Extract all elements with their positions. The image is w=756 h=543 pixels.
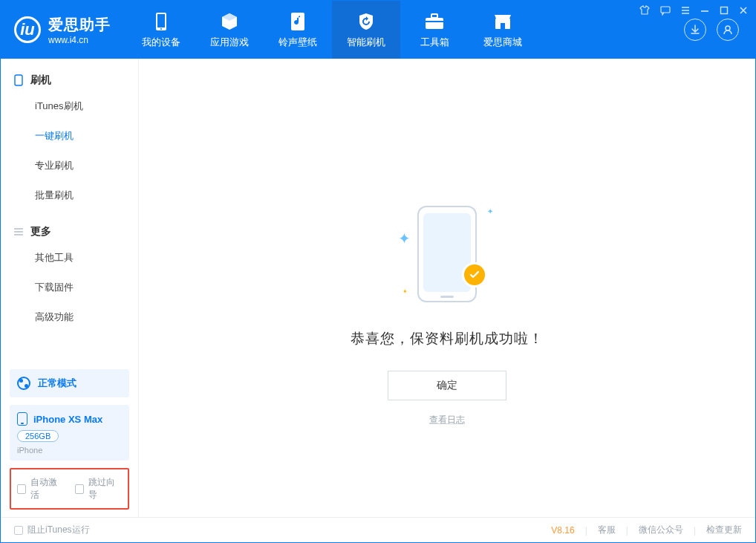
version-label: V8.16 — [551, 525, 574, 536]
toolbox-icon — [424, 10, 445, 33]
sparkle-icon: ✦ — [487, 207, 493, 215]
device-type: iPhone — [17, 446, 122, 455]
tab-label: 铃声壁纸 — [278, 36, 317, 49]
logo-badge-icon: iu — [14, 16, 41, 43]
svg-point-2 — [160, 28, 162, 30]
sidebar: 刷机 iTunes刷机 一键刷机 专业刷机 批量刷机 更多 其他工具 下载固件 … — [1, 59, 139, 517]
device-phone-icon — [17, 412, 27, 426]
svg-rect-1 — [157, 14, 165, 27]
footer-link-update[interactable]: 检查更新 — [706, 524, 742, 536]
cube-icon — [220, 10, 239, 33]
tab-label: 应用游戏 — [210, 36, 249, 49]
svg-rect-10 — [661, 7, 670, 13]
ok-button[interactable]: 确定 — [388, 371, 506, 400]
phone-icon — [154, 10, 169, 33]
download-button[interactable] — [684, 19, 706, 41]
sidebar-group-title: 刷机 — [30, 74, 51, 87]
header: iu 爱思助手 www.i4.cn 我的设备 应用游戏 铃声壁纸 智能刷机 — [1, 1, 755, 59]
sparkle-icon: ✦ — [403, 288, 408, 295]
feedback-icon[interactable] — [660, 5, 671, 16]
app-url: www.i4.cn — [48, 35, 111, 45]
separator: | — [585, 525, 587, 536]
app-name: 爱思助手 — [48, 15, 111, 35]
sidebar-item-download-firmware[interactable]: 下载固件 — [1, 273, 138, 302]
checkbox-label: 阻止iTunes运行 — [27, 524, 90, 536]
view-log-link[interactable]: 查看日志 — [429, 414, 465, 426]
sidebar-bottom: 正常模式 iPhone XS Max 256GB iPhone 自动激活 — [1, 362, 138, 517]
sidebar-group-more: 更多 其他工具 下载固件 高级功能 — [1, 210, 138, 332]
body: 刷机 iTunes刷机 一键刷机 专业刷机 批量刷机 更多 其他工具 下载固件 … — [1, 59, 755, 517]
sidebar-item-other-tools[interactable]: 其他工具 — [1, 243, 138, 273]
mode-icon — [17, 377, 30, 390]
sparkle-icon: ✦ — [398, 230, 411, 247]
success-message: 恭喜您，保资料刷机成功啦！ — [351, 329, 544, 348]
mode-card[interactable]: 正常模式 — [10, 369, 129, 397]
tab-my-device[interactable]: 我的设备 — [127, 1, 195, 59]
svg-point-9 — [726, 26, 730, 30]
app-window: iu 爱思助手 www.i4.cn 我的设备 应用游戏 铃声壁纸 智能刷机 — [0, 0, 756, 543]
svg-rect-6 — [426, 21, 443, 22]
menu-icon[interactable] — [681, 6, 690, 15]
sidebar-item-itunes-flash[interactable]: iTunes刷机 — [1, 91, 138, 121]
window-controls — [639, 5, 748, 16]
sidebar-group-title: 更多 — [30, 225, 51, 238]
phone-illustration-icon — [417, 206, 477, 302]
tab-ringtone-wallpaper[interactable]: 铃声壁纸 — [264, 1, 332, 59]
sidebar-head-flash: 刷机 — [1, 69, 138, 91]
account-button[interactable] — [717, 19, 739, 41]
nav-tabs: 我的设备 应用游戏 铃声壁纸 智能刷机 工具箱 爱思商城 — [127, 1, 537, 59]
shield-refresh-icon — [356, 10, 376, 33]
sidebar-head-more: 更多 — [1, 221, 138, 243]
shop-icon — [493, 10, 512, 33]
checkbox-label: 跳过向导 — [88, 476, 122, 501]
close-button[interactable] — [739, 6, 748, 15]
phone-outline-icon — [13, 74, 25, 86]
tab-smart-flash[interactable]: 智能刷机 — [332, 1, 400, 59]
checkbox-box-icon — [17, 484, 26, 494]
tshirt-icon[interactable] — [639, 5, 650, 16]
sidebar-group-flash: 刷机 iTunes刷机 一键刷机 专业刷机 批量刷机 — [1, 59, 138, 210]
footer: 阻止iTunes运行 V8.16 | 客服 | 微信公众号 | 检查更新 — [1, 517, 755, 542]
device-name: iPhone XS Max — [33, 414, 102, 425]
success-check-icon — [462, 262, 487, 287]
list-icon — [13, 226, 25, 238]
svg-rect-12 — [15, 75, 22, 85]
music-file-icon — [290, 10, 306, 33]
separator: | — [626, 525, 628, 536]
tab-apps-games[interactable]: 应用游戏 — [195, 1, 264, 59]
svg-rect-5 — [431, 14, 437, 18]
checkbox-block-itunes[interactable]: 阻止iTunes运行 — [14, 524, 90, 536]
svg-rect-4 — [426, 18, 443, 29]
checkbox-box-icon — [75, 484, 84, 494]
checkbox-skip-wizard[interactable]: 跳过向导 — [75, 476, 123, 501]
svg-rect-8 — [501, 23, 505, 29]
maximize-button[interactable] — [720, 6, 729, 15]
tab-toolbox[interactable]: 工具箱 — [400, 1, 469, 59]
checkbox-label: 自动激活 — [30, 476, 64, 501]
sidebar-item-oneclick-flash[interactable]: 一键刷机 — [1, 121, 138, 151]
minimize-button[interactable] — [700, 6, 709, 15]
device-card[interactable]: iPhone XS Max 256GB iPhone — [10, 405, 129, 461]
svg-rect-11 — [721, 7, 728, 14]
sidebar-item-pro-flash[interactable]: 专业刷机 — [1, 151, 138, 181]
footer-link-wechat[interactable]: 微信公众号 — [639, 524, 683, 536]
tab-label: 智能刷机 — [347, 36, 385, 49]
checks-highlight: 自动激活 跳过向导 — [10, 468, 129, 510]
tab-label: 爱思商城 — [483, 36, 522, 49]
checkbox-box-icon — [14, 526, 23, 535]
checkbox-auto-activate[interactable]: 自动激活 — [17, 476, 65, 501]
device-capacity: 256GB — [17, 430, 59, 442]
main-content: ✦ ✦ ✦ 恭喜您，保资料刷机成功啦！ 确定 查看日志 — [139, 59, 755, 517]
footer-link-support[interactable]: 客服 — [598, 524, 616, 536]
tab-store[interactable]: 爱思商城 — [469, 1, 537, 59]
sidebar-item-advanced[interactable]: 高级功能 — [1, 302, 138, 332]
tab-label: 工具箱 — [420, 36, 449, 49]
mode-label: 正常模式 — [38, 377, 76, 390]
success-illustration: ✦ ✦ ✦ — [403, 200, 492, 311]
sidebar-item-batch-flash[interactable]: 批量刷机 — [1, 181, 138, 210]
tab-label: 我的设备 — [142, 36, 180, 49]
separator: | — [694, 525, 696, 536]
logo: iu 爱思助手 www.i4.cn — [1, 1, 127, 59]
